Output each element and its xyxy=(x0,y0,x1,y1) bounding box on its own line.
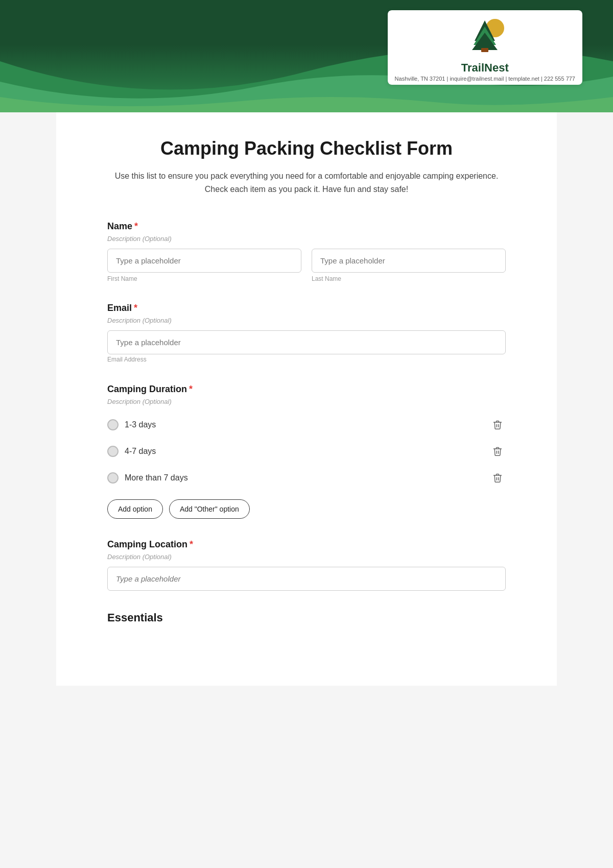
radio-option-1-3-days: 1-3 days xyxy=(107,412,506,438)
delete-option-1-3-days-button[interactable] xyxy=(489,417,506,433)
required-indicator-location: * xyxy=(190,539,193,550)
field-label-camping-duration: Camping Duration * xyxy=(107,384,506,395)
radio-option-more-than-7-days: More than 7 days xyxy=(107,465,506,491)
radio-circle-3[interactable] xyxy=(107,472,119,484)
svg-rect-4 xyxy=(481,48,488,52)
section-essentials: Essentials xyxy=(107,611,506,624)
field-label-camping-location: Camping Location * xyxy=(107,539,506,550)
main-content: Camping Packing Checklist Form Use this … xyxy=(56,112,557,686)
radio-label-more-than-7-days: More than 7 days xyxy=(125,473,188,483)
add-option-button[interactable]: Add option xyxy=(107,499,163,519)
radio-circle-1[interactable] xyxy=(107,419,119,430)
field-section-email: Email * Description (Optional) Email Add… xyxy=(107,303,506,364)
last-name-input[interactable] xyxy=(312,249,506,273)
field-section-camping-location: Camping Location * Description (Optional… xyxy=(107,539,506,591)
field-desc-camping-location: Description (Optional) xyxy=(107,553,506,561)
field-label-email: Email * xyxy=(107,303,506,314)
last-name-sublabel: Last Name xyxy=(312,275,506,282)
name-fields-row: First Name Last Name xyxy=(107,249,506,282)
logo-area: TrailNest Nashville, TN 37201 | inquire@… xyxy=(388,10,582,85)
field-section-name: Name * Description (Optional) First Name… xyxy=(107,221,506,282)
field-desc-email: Description (Optional) xyxy=(107,317,506,324)
field-label-name: Name * xyxy=(107,221,506,232)
email-input[interactable] xyxy=(107,330,506,354)
required-indicator-name: * xyxy=(134,221,138,232)
add-other-option-button[interactable]: Add "Other" option xyxy=(169,499,250,519)
radio-label-4-7-days: 4-7 days xyxy=(125,447,156,456)
field-desc-name: Description (Optional) xyxy=(107,235,506,243)
add-options-row: Add option Add "Other" option xyxy=(107,499,506,519)
first-name-wrap: First Name xyxy=(107,249,301,282)
form-title: Camping Packing Checklist Form xyxy=(107,138,506,159)
first-name-input[interactable] xyxy=(107,249,301,273)
brand-name: TrailNest xyxy=(395,61,575,75)
field-desc-camping-duration: Description (Optional) xyxy=(107,398,506,405)
brand-contact: Nashville, TN 37201 | inquire@trailnest.… xyxy=(395,76,575,82)
first-name-sublabel: First Name xyxy=(107,275,301,282)
form-description: Use this list to ensure you pack everyth… xyxy=(107,170,506,196)
page-header: TrailNest Nashville, TN 37201 | inquire@… xyxy=(0,0,613,112)
section-heading-essentials: Essentials xyxy=(107,611,506,624)
radio-option-4-7-days: 4-7 days xyxy=(107,438,506,465)
required-indicator-email: * xyxy=(134,303,137,314)
radio-label-1-3-days: 1-3 days xyxy=(125,420,156,429)
email-sublabel: Email Address xyxy=(107,356,147,363)
field-section-camping-duration: Camping Duration * Description (Optional… xyxy=(107,384,506,519)
radio-circle-2[interactable] xyxy=(107,446,119,457)
delete-option-4-7-days-button[interactable] xyxy=(489,443,506,460)
trailnest-logo-icon xyxy=(464,15,505,56)
required-indicator-duration: * xyxy=(189,384,193,395)
last-name-wrap: Last Name xyxy=(312,249,506,282)
delete-option-more-than-7-days-button[interactable] xyxy=(489,470,506,486)
camping-location-input[interactable] xyxy=(107,567,506,591)
